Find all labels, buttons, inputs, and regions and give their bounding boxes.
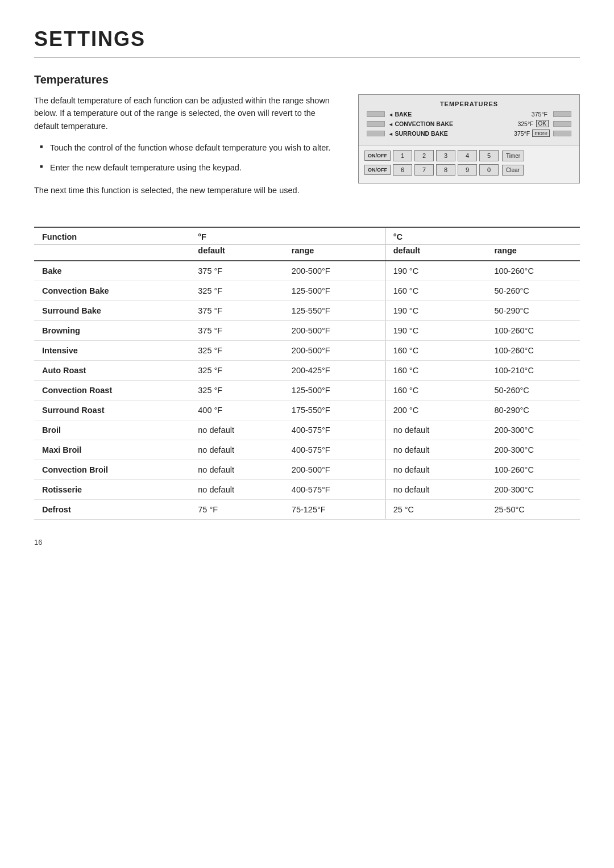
oven-display-title: TEMPERATURES: [367, 101, 571, 107]
cell-c-default: 160 °C: [385, 360, 486, 380]
cell-c-range: 200-300°C: [486, 479, 580, 499]
table-row: Broilno default400-575°Fno default200-30…: [34, 420, 580, 440]
description-area: The default temperature of each function…: [34, 94, 335, 206]
onoff-key-2[interactable]: ON/OFF: [364, 165, 391, 175]
cell-f-default: no default: [190, 479, 284, 499]
key-5[interactable]: 5: [479, 150, 499, 161]
keypad-row-1: ON/OFF 1 2 3 4 5 Timer: [364, 150, 574, 161]
onoff-key-1[interactable]: ON/OFF: [364, 151, 391, 161]
cell-c-range: 25-50°C: [486, 499, 580, 519]
cell-c-range: 100-260°C: [486, 460, 580, 479]
oven-display-row-surround: SURROUND BAKE 375°F more: [367, 130, 571, 137]
table-row: Auto Roast325 °F200-425°F160 °C100-210°C: [34, 360, 580, 380]
cell-c-range: 100-260°C: [486, 261, 580, 281]
surround-bake-label: SURROUND BAKE: [388, 130, 514, 137]
oven-keypad: ON/OFF 1 2 3 4 5 Timer ON/OFF 6 7 8 9 0 …: [359, 145, 579, 183]
cell-function: Convection Broil: [34, 460, 190, 479]
cell-f-range: 125-500°F: [284, 281, 385, 301]
cell-c-range: 100-260°C: [486, 320, 580, 340]
cell-function: Surround Roast: [34, 400, 190, 420]
more-button[interactable]: more: [532, 130, 550, 137]
key-7[interactable]: 7: [414, 164, 434, 176]
page-number: 16: [34, 538, 580, 546]
timer-button[interactable]: Timer: [502, 151, 524, 161]
cell-f-default: 325 °F: [190, 340, 284, 360]
sub-f-default: default: [190, 244, 284, 261]
cell-f-default: 375 °F: [190, 301, 284, 320]
temperature-table: Function °F °C default range default ran…: [34, 227, 580, 520]
cell-f-range: 400-575°F: [284, 440, 385, 460]
cell-f-default: no default: [190, 460, 284, 479]
table-body: Bake375 °F200-500°F190 °C100-260°CConvec…: [34, 261, 580, 520]
cell-c-default: 190 °C: [385, 261, 486, 281]
top-section: The default temperature of each function…: [34, 94, 580, 206]
cell-c-range: 200-300°C: [486, 440, 580, 460]
key-2[interactable]: 2: [414, 150, 434, 161]
oven-display: TEMPERATURES BAKE 375°F CONVECTION BAKE …: [359, 95, 579, 145]
section-heading: Temperatures: [34, 73, 580, 86]
indicator-bake-left: [367, 111, 385, 117]
cell-c-range: 50-290°C: [486, 301, 580, 320]
bake-temp: 375°F: [532, 111, 547, 118]
cell-f-default: 75 °F: [190, 499, 284, 519]
cell-function: Rotisserie: [34, 479, 190, 499]
cell-f-range: 125-500°F: [284, 380, 385, 400]
sub-function-blank: [34, 244, 190, 261]
surround-bake-temp: 375°F: [514, 130, 530, 137]
keypad-row-2: ON/OFF 6 7 8 9 0 Clear: [364, 164, 574, 176]
col-f-header: °F: [190, 227, 385, 245]
conv-bake-temp: 325°F: [517, 120, 533, 127]
indicator-surround-right: [553, 131, 571, 136]
cell-c-range: 100-210°C: [486, 360, 580, 380]
cell-c-default: 25 °C: [385, 499, 486, 519]
cell-c-default: 200 °C: [385, 400, 486, 420]
cell-function: Maxi Broil: [34, 440, 190, 460]
temperature-table-wrap: Function °F °C default range default ran…: [34, 227, 580, 520]
cell-c-default: 190 °C: [385, 301, 486, 320]
key-6[interactable]: 6: [393, 164, 412, 176]
table-row: Intensive325 °F200-500°F160 °C100-260°C: [34, 340, 580, 360]
cell-f-range: 200-500°F: [284, 460, 385, 479]
cell-f-default: 325 °F: [190, 380, 284, 400]
col-function-header: Function: [34, 227, 190, 245]
indicator-surround-left: [367, 131, 385, 136]
table-row: Maxi Broilno default400-575°Fno default2…: [34, 440, 580, 460]
page-title: SETTINGS: [34, 27, 580, 51]
table-row: Convection Bake325 °F125-500°F160 °C50-2…: [34, 281, 580, 301]
key-4[interactable]: 4: [458, 150, 477, 161]
cell-function: Defrost: [34, 499, 190, 519]
cell-function: Auto Roast: [34, 360, 190, 380]
title-divider: [34, 57, 580, 57]
cell-f-default: 325 °F: [190, 281, 284, 301]
key-0[interactable]: 0: [479, 164, 499, 176]
cell-f-range: 175-550°F: [284, 400, 385, 420]
oven-panel: TEMPERATURES BAKE 375°F CONVECTION BAKE …: [358, 94, 580, 183]
cell-f-default: 375 °F: [190, 320, 284, 340]
cell-c-default: no default: [385, 460, 486, 479]
table-row: Rotisserieno default400-575°Fno default2…: [34, 479, 580, 499]
cell-f-default: no default: [190, 440, 284, 460]
bake-label: BAKE: [388, 111, 532, 118]
cell-function: Surround Bake: [34, 301, 190, 320]
cell-c-range: 50-260°C: [486, 380, 580, 400]
key-3[interactable]: 3: [436, 150, 455, 161]
cell-f-default: 325 °F: [190, 360, 284, 380]
cell-c-range: 80-290°C: [486, 400, 580, 420]
cell-c-default: no default: [385, 479, 486, 499]
oven-panel-wrap: TEMPERATURES BAKE 375°F CONVECTION BAKE …: [358, 94, 580, 206]
indicator-conv-right: [553, 121, 571, 127]
ok-button[interactable]: OK: [536, 120, 549, 127]
sub-header-row: default range default range: [34, 244, 580, 261]
clear-button[interactable]: Clear: [502, 165, 524, 176]
cell-c-default: no default: [385, 420, 486, 440]
table-row: Convection Broilno default200-500°Fno de…: [34, 460, 580, 479]
cell-f-range: 200-425°F: [284, 360, 385, 380]
cell-f-range: 125-550°F: [284, 301, 385, 320]
cell-c-range: 100-260°C: [486, 340, 580, 360]
cell-function: Broil: [34, 420, 190, 440]
cell-f-range: 75-125°F: [284, 499, 385, 519]
key-8[interactable]: 8: [436, 164, 455, 176]
key-9[interactable]: 9: [458, 164, 477, 176]
key-1[interactable]: 1: [393, 150, 412, 161]
cell-f-range: 400-575°F: [284, 479, 385, 499]
